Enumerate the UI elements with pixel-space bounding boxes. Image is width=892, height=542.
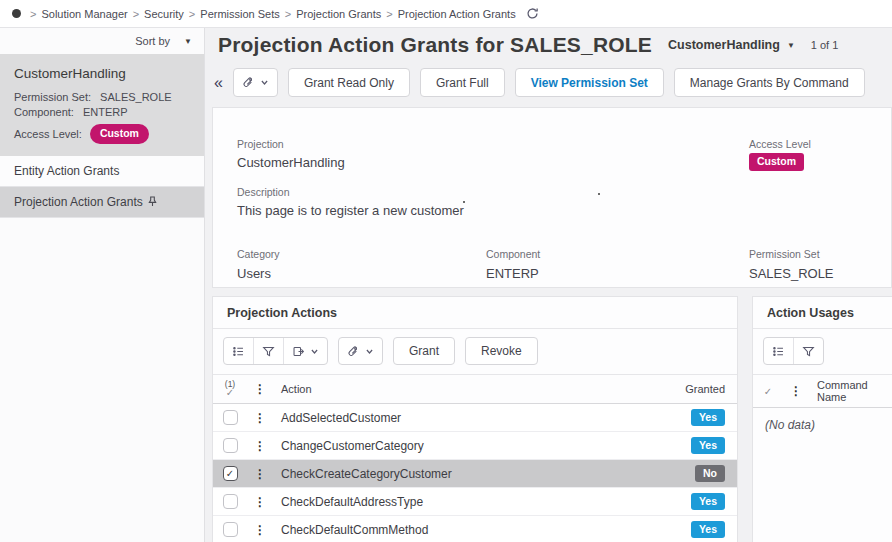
breadcrumb-separator (133, 8, 139, 20)
list-view-icon[interactable] (764, 338, 794, 364)
row-kebab-menu-icon[interactable] (247, 523, 273, 537)
action-usages-toolbar (753, 329, 892, 374)
access-level-label: Access Level: (14, 128, 82, 140)
granted-badge: Yes (691, 493, 725, 511)
action-usages-panel: Action Usages Command Name (No data) (752, 296, 892, 542)
record-count: 1 of 1 (811, 39, 839, 51)
breadcrumb-item-solution-manager[interactable]: Solution Manager (41, 8, 127, 20)
chevron-down-icon (184, 37, 192, 46)
row-checkbox[interactable] (223, 410, 238, 425)
column-action[interactable]: Action (273, 383, 675, 395)
table-row[interactable]: CheckDefaultAddressType Yes (213, 488, 737, 516)
chevron-down-icon (787, 41, 795, 50)
component-label: Component (486, 248, 540, 260)
sort-by-control[interactable]: Sort by (0, 28, 204, 54)
granted-badge: No (695, 465, 725, 483)
sidebar-item-label: Entity Action Grants (14, 164, 119, 178)
row-kebab-menu-icon[interactable] (247, 495, 273, 509)
breadcrumb-item-projection-action-grants[interactable]: Projection Action Grants (398, 8, 516, 20)
breadcrumb-item-projection-grants[interactable]: Projection Grants (296, 8, 381, 20)
granted-badge: Yes (691, 409, 725, 427)
record-title: CustomerHandling (14, 66, 190, 81)
sidebar-item-entity-action-grants[interactable]: Entity Action Grants (0, 156, 204, 187)
breadcrumb-separator (30, 8, 36, 20)
record-selector-value: CustomerHandling (668, 38, 780, 52)
grant-button[interactable]: Grant (393, 337, 455, 365)
grant-full-button[interactable]: Grant Full (420, 68, 505, 97)
command-toolbar: Grant Read Only Grant Full View Permissi… (214, 68, 865, 97)
description-label: Description (237, 186, 290, 198)
column-granted[interactable]: Granted (675, 383, 737, 395)
table-row-selected[interactable]: CheckCreateCategoryCustomer No (213, 460, 737, 488)
select-all-check-icon[interactable] (226, 388, 234, 398)
sidebar-item-label: Projection Action Grants (14, 195, 143, 209)
breadcrumb-separator (189, 8, 195, 20)
column-command-name[interactable]: Command Name (809, 379, 892, 403)
projection-actions-title: Projection Actions (213, 297, 737, 329)
component-label: Component: (14, 106, 74, 118)
row-kebab-menu-icon[interactable] (247, 411, 273, 425)
component-value: ENTERP (486, 266, 539, 281)
row-kebab-menu-icon[interactable] (247, 467, 273, 481)
chevron-down-icon (260, 78, 269, 87)
chevron-down-icon (310, 347, 319, 356)
pin-icon (148, 196, 157, 207)
dot-artifact (463, 201, 465, 203)
row-kebab-menu-icon[interactable] (247, 439, 273, 453)
row-checkbox-checked[interactable] (223, 466, 238, 481)
export-menu-button[interactable] (284, 338, 327, 364)
table-row[interactable]: CheckDefaultCommMethod Yes (213, 516, 737, 542)
projection-actions-toolbar: Grant Revoke (213, 329, 737, 374)
row-checkbox[interactable] (223, 438, 238, 453)
table-row[interactable]: AddSelectedCustomer Yes (213, 404, 737, 432)
granted-badge: Yes (691, 437, 725, 455)
projection-label: Projection (237, 138, 284, 150)
view-permission-set-button[interactable]: View Permission Set (515, 68, 664, 97)
status-dot-icon (12, 9, 21, 18)
category-value: Users (237, 266, 271, 281)
collapse-panel-icon[interactable] (214, 74, 223, 92)
projection-actions-panel: Projection Actions (212, 296, 738, 542)
row-checkbox[interactable] (223, 494, 238, 509)
breadcrumb-separator (386, 8, 392, 20)
action-name: CheckCreateCategoryCustomer (273, 467, 675, 481)
revoke-button[interactable]: Revoke (465, 337, 538, 365)
table-row[interactable]: ChangeCustomerCategory Yes (213, 432, 737, 460)
sidebar-item-projection-action-grants[interactable]: Projection Action Grants (0, 187, 204, 218)
dot-artifact (598, 193, 600, 195)
grant-read-only-button[interactable]: Grant Read Only (288, 68, 410, 97)
kebab-menu-icon (247, 382, 273, 396)
action-usages-title: Action Usages (753, 297, 892, 329)
access-level-badge: Custom (90, 124, 149, 144)
filter-icon[interactable] (254, 338, 284, 364)
action-name: ChangeCustomerCategory (273, 439, 675, 453)
attachments-menu-button[interactable] (234, 69, 277, 96)
action-name: CheckDefaultAddressType (273, 495, 675, 509)
breadcrumb-item-security[interactable]: Security (144, 8, 184, 20)
detail-form: Projection CustomerHandling Access Level… (212, 107, 892, 288)
row-checkbox[interactable] (223, 522, 238, 537)
breadcrumb-item-permission-sets[interactable]: Permission Sets (200, 8, 279, 20)
permission-set-value: SALES_ROLE (100, 91, 172, 103)
action-name: CheckDefaultCommMethod (273, 523, 675, 537)
sort-by-label: Sort by (135, 35, 170, 47)
record-selector-dropdown[interactable]: CustomerHandling (668, 38, 795, 52)
access-level-badge: Custom (749, 153, 804, 171)
sidebar: Sort by CustomerHandling Permission Set:… (0, 28, 205, 542)
actions-table-header: (1) Action Granted (213, 374, 737, 404)
chevron-down-icon (365, 347, 374, 356)
list-view-icon[interactable] (224, 338, 254, 364)
projection-value: CustomerHandling (237, 155, 345, 170)
permission-set-label: Permission Set (749, 248, 820, 260)
refresh-icon[interactable] (526, 7, 539, 20)
filter-icon[interactable] (794, 338, 823, 364)
select-all-check-icon[interactable] (764, 386, 772, 397)
access-level-label: Access Level (749, 138, 811, 150)
record-summary-card[interactable]: CustomerHandling Permission Set: SALES_R… (0, 54, 204, 156)
attachments-menu-button[interactable] (339, 338, 382, 364)
granted-badge: Yes (691, 521, 725, 539)
manage-grants-by-command-button[interactable]: Manage Grants By Command (674, 68, 865, 97)
usages-table-header: Command Name (753, 374, 892, 408)
permission-set-label: Permission Set: (14, 91, 91, 103)
description-value: This page is to register a new customer (237, 203, 464, 218)
